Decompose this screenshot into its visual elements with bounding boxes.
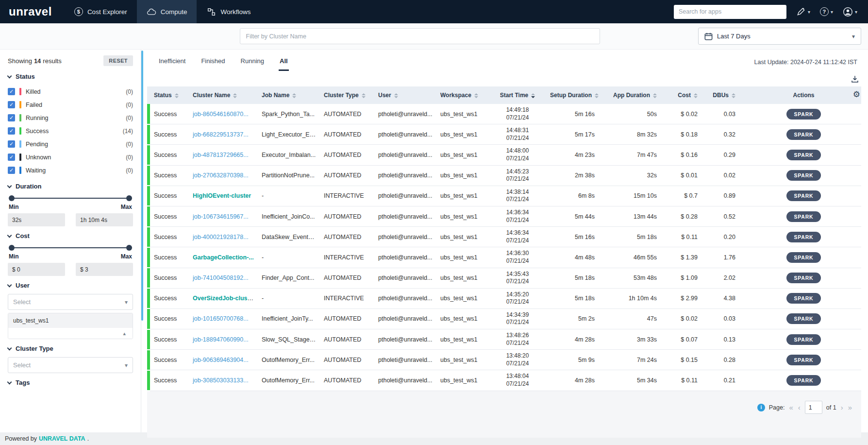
spark-button[interactable]: SPARK [786,375,821,386]
table-row[interactable]: Successjob-860546160870...Spark_Python_T… [147,104,861,124]
cluster-name-link[interactable]: job-741004508192... [193,274,249,281]
download-icon[interactable] [851,75,859,84]
column-header-cluster-type[interactable]: Cluster Type [320,86,374,104]
date-range-select[interactable]: Last 7 Days ▾ [698,28,861,45]
slider-min-handle[interactable] [9,245,15,251]
spark-button[interactable]: SPARK [786,313,821,324]
column-header-job-name[interactable]: Job Name [258,86,320,104]
spark-button[interactable]: SPARK [786,252,821,263]
cluster-name-link[interactable]: OverSizedJob-clust... [193,295,254,302]
cluster-name-link[interactable]: GarbageCollection-... [193,254,254,261]
table-row[interactable]: Successjob-188947060990...Slow_SQL_Stage… [147,329,861,350]
prev-page-button[interactable]: ‹ [798,403,801,411]
unravel-data-link[interactable]: UNRAVEL DATA [39,435,85,442]
table-row[interactable]: Successjob-906369463904...OutofMemory_Er… [147,350,861,370]
cluster-type-section-header[interactable]: Cluster Type [8,345,133,352]
nav-item-compute[interactable]: Compute [137,0,197,23]
table-row[interactable]: Successjob-101650700768...Inefficient_Jo… [147,308,861,329]
cost-range-slider[interactable] [9,244,132,251]
first-page-button[interactable]: « [788,403,793,411]
column-header-setup-duration[interactable]: Setup Duration [546,86,605,104]
duration-max-input[interactable] [76,213,133,226]
spark-button[interactable]: SPARK [786,129,821,140]
last-page-button[interactable]: » [848,403,852,411]
duration-range-slider[interactable] [9,195,132,202]
cluster-name-link[interactable]: job-906369463904... [193,357,249,363]
checkbox-checked[interactable]: ✓ [8,88,15,95]
table-row[interactable]: Successjob-668229513737...Light_Executor… [147,124,861,145]
slider-min-handle[interactable] [9,195,15,201]
cluster-name-link[interactable]: job-400021928178... [193,234,249,240]
spark-button[interactable]: SPARK [786,190,821,201]
column-header-start-time[interactable]: Start Time [489,86,546,104]
nav-item-cost-explorer[interactable]: $ Cost Explorer [65,0,137,23]
cluster-name-link[interactable]: job-668229513737... [193,131,249,138]
cost-max-input[interactable] [76,263,133,276]
tags-section-header[interactable]: Tags [8,379,133,386]
column-header-workspace[interactable]: Workspace [436,86,489,104]
cluster-name-link[interactable]: job-101650700768... [193,315,249,322]
user-menu[interactable]: ▾ [843,7,857,17]
status-section-header[interactable]: Status [8,73,133,80]
column-header-cost[interactable]: Cost [668,86,708,104]
spark-button[interactable]: SPARK [786,232,821,242]
column-header-status[interactable]: Status [150,86,189,104]
page-number-input[interactable] [805,401,822,414]
column-header-app-duration[interactable]: App Duration [605,86,668,104]
help-menu[interactable]: ? ▾ [820,7,833,16]
cluster-name-link[interactable]: job-188947060990... [193,336,249,343]
column-header-user[interactable]: User [374,86,436,104]
user-select[interactable]: Select ▾ [8,294,133,310]
user-section-header[interactable]: User [8,282,133,289]
checkbox-checked[interactable]: ✓ [8,140,15,148]
table-row[interactable]: Successjob-741004508192...Finder_App_Con… [147,268,861,288]
duration-min-input[interactable] [8,213,65,226]
cost-section-header[interactable]: Cost [8,232,133,240]
spark-button[interactable]: SPARK [786,211,821,222]
slider-max-handle[interactable] [126,245,132,251]
ai-assistant-menu[interactable]: ▾ [796,7,810,17]
cluster-name-link[interactable]: job-487813729665... [193,152,249,158]
nav-item-workflows[interactable]: Workflows [197,0,260,23]
next-page-button[interactable]: › [840,403,844,411]
listbox-collapse-row[interactable]: ▴ [8,328,133,339]
table-row[interactable]: SuccessGarbageCollection-...-INTERACTIVE… [147,247,861,268]
checkbox-checked[interactable]: ✓ [8,127,15,135]
table-row[interactable]: Successjob-308503033133...OutofMemory_Er… [147,370,861,391]
spark-button[interactable]: SPARK [786,150,821,160]
scroll-indicator[interactable] [141,51,143,321]
spark-button[interactable]: SPARK [786,170,821,181]
info-icon[interactable]: i [757,404,765,411]
checkbox-checked[interactable]: ✓ [8,114,15,121]
checkbox-checked[interactable]: ✓ [8,154,15,161]
tab-running[interactable]: Running [240,53,265,71]
column-header-cluster-name[interactable]: Cluster Name [189,86,258,104]
tab-finished[interactable]: Finished [200,53,226,71]
spark-button[interactable]: SPARK [786,293,821,304]
spark-button[interactable]: SPARK [786,334,821,345]
cluster-name-link[interactable]: job-270632870398... [193,172,249,179]
cluster-name-filter-input[interactable] [240,28,600,44]
cluster-type-select[interactable]: Select ▾ [8,357,133,373]
column-header-actions[interactable]: Actions⚙ [746,86,861,104]
checkbox-checked[interactable]: ✓ [8,167,15,174]
reset-button[interactable]: RESET [103,55,133,66]
cluster-name-link[interactable]: job-106734615967... [193,213,249,220]
table-row[interactable]: Successjob-400021928178...DataSkew_Event… [147,227,861,247]
table-row[interactable]: SuccessHighIOEvent-cluster-INTERACTIVEpt… [147,186,861,206]
cluster-name-link[interactable]: job-860546160870... [193,111,249,118]
cluster-name-link[interactable]: job-308503033133... [193,377,249,384]
gear-icon[interactable]: ⚙ [853,90,860,99]
column-header-dbus[interactable]: DBUs [708,86,746,104]
tab-inefficient[interactable]: Inefficient [158,53,186,71]
cost-min-input[interactable] [8,263,65,276]
duration-section-header[interactable]: Duration [8,183,133,190]
table-row[interactable]: Successjob-487813729665...Executor_Imbal… [147,145,861,165]
spark-button[interactable]: SPARK [786,109,821,120]
tab-all[interactable]: All [279,53,289,71]
table-row[interactable]: Successjob-270632870398...PartitionNotPr… [147,165,861,186]
spark-button[interactable]: SPARK [786,355,821,365]
spark-button[interactable]: SPARK [786,273,821,283]
cluster-name-link[interactable]: HighIOEvent-cluster [193,192,251,199]
search-input[interactable] [674,5,786,19]
